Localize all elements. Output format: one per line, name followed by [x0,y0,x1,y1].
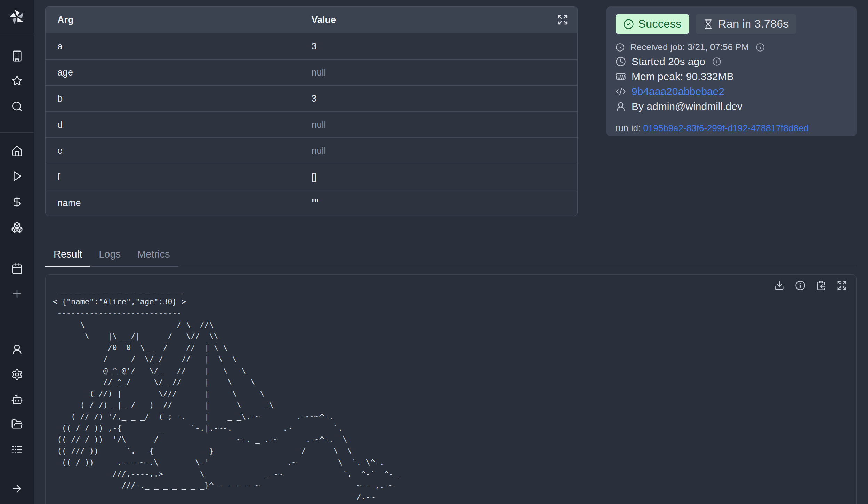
favorites-icon[interactable] [11,75,23,87]
created-by-text: By admin@windmill.dev [632,101,742,112]
gear-icon[interactable] [11,369,23,380]
expand-result-icon[interactable] [837,280,847,291]
schedules-icon[interactable] [11,263,23,275]
code-icon [616,86,626,97]
hourglass-icon [703,19,713,29]
arg-value: [] [312,172,578,182]
tab-result[interactable]: Result [45,244,90,267]
arg-value: null [312,67,578,78]
resources-icon[interactable] [11,221,23,233]
status-badge: Success [616,14,689,34]
arg-value: null [312,145,578,156]
duration-chip: Ran in 3.786s [696,14,797,34]
runs-icon[interactable] [11,170,23,182]
received-text: Received job: 3/21, 07:56 PM [630,42,749,53]
run-id-label: run id: [616,123,643,133]
status-badge-label: Success [638,17,682,31]
table-row: f [] [46,164,577,190]
table-row: d null [46,111,577,137]
arg-value: "" [312,198,578,208]
table-row: a 3 [46,33,577,59]
audit-logs-icon[interactable] [11,443,23,455]
windmill-logo[interactable] [9,8,25,25]
info-icon[interactable] [712,57,721,66]
column-header-value: Value [312,15,578,25]
variables-icon[interactable] [11,196,23,208]
folders-icon[interactable] [11,418,23,430]
arg-name: b [46,93,312,104]
table-row: e null [46,137,577,164]
arg-name: d [46,119,312,130]
received-line: Received job: 3/21, 07:56 PM [616,42,847,53]
expand-args-icon[interactable] [557,14,568,25]
script-hash-line: 9b4aaa20abbebae2 [616,86,847,97]
search-icon[interactable] [11,101,23,112]
run-id-line: run id: 0195b9a2-83f6-299f-d192-478817f8… [616,123,847,134]
info-icon[interactable] [795,280,805,291]
job-status-panel: Success Ran in 3.786s Received job: 3/21… [606,6,857,136]
windmill-run-page: { "sidebar": { "icons": ["windmill-logo"… [0,0,868,504]
clock-icon [616,43,625,52]
run-id-link[interactable]: 0195b9a2-83f6-299f-d192-478817f8d8ed [643,123,809,133]
started-text: Started 20s ago [632,56,705,68]
created-by-line: By admin@windmill.dev [616,101,847,112]
tab-metrics[interactable]: Metrics [129,244,178,267]
mem-peak-text: Mem peak: 90.332MB [632,71,733,82]
table-row: age null [46,59,577,85]
arg-value: null [312,119,578,130]
info-icon[interactable] [756,43,765,52]
users-icon[interactable] [11,344,23,355]
plus-icon[interactable] [11,288,23,300]
workspace-icon[interactable] [11,50,23,62]
args-table-header: Arg Value [46,7,577,33]
sidebar-divider [0,34,34,34]
result-tabbar: Result Logs Metrics [45,244,857,266]
arg-name: a [46,41,312,52]
script-hash-link[interactable]: 9b4aaa20abbebae2 [632,86,724,97]
tab-logs[interactable]: Logs [90,244,129,267]
workers-icon[interactable] [11,394,23,405]
clock-icon [616,56,626,67]
expand-sidebar-icon[interactable] [11,483,23,495]
result-toolbar [774,280,847,291]
arg-name: name [46,198,312,208]
sidebar [0,0,34,504]
user-icon [616,101,626,112]
download-icon[interactable] [774,280,785,291]
arg-name: f [46,172,312,182]
table-row: name "" [46,190,577,216]
table-row: b 3 [46,85,577,111]
sidebar-divider [0,132,34,133]
check-circle-icon [623,19,634,30]
copy-to-clipboard-icon[interactable] [816,280,826,291]
result-panel: ___________________________ < {"name":"A… [45,274,857,504]
column-header-arg: Arg [46,15,312,25]
arg-name: age [46,67,312,78]
memory-stick-icon [616,71,626,82]
duration-label: Ran in 3.786s [718,17,789,31]
mem-peak-line: Mem peak: 90.332MB [616,71,847,82]
arg-value: 3 [312,41,578,52]
arg-name: e [46,145,312,156]
ascii-art-result: ___________________________ < {"name":"A… [53,284,398,503]
home-icon[interactable] [11,145,23,157]
args-table: Arg Value a 3 age null b 3 d null e null… [45,6,578,216]
arg-value: 3 [312,93,578,104]
started-line: Started 20s ago [616,56,847,68]
